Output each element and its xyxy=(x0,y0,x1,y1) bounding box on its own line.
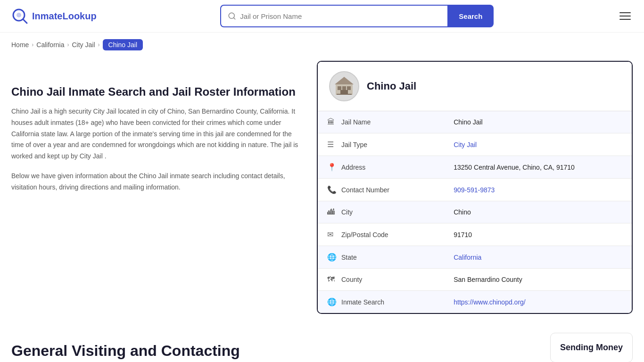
jail-building-icon xyxy=(333,75,355,98)
hamburger-line-2 xyxy=(619,16,631,16)
jail-type-value-cell: City Jail xyxy=(444,133,632,156)
card-title: Chino Jail xyxy=(367,80,416,92)
svg-rect-7 xyxy=(342,86,346,90)
svg-rect-8 xyxy=(347,86,351,90)
inmate-search-value-cell: https://www.chinopd.org/ xyxy=(444,291,632,313)
search-icon xyxy=(228,12,236,20)
jail-icon: 🏛 xyxy=(327,118,337,126)
address-label-cell: 📍 Address xyxy=(318,156,412,178)
table-row-jail-type: ☰ Jail Type City Jail xyxy=(318,133,632,156)
bottom-section: General Visiting and Contacting Sending … xyxy=(0,333,644,362)
breadcrumb-sep-1: › xyxy=(32,41,33,48)
page-heading: Chino Jail Inmate Search and Jail Roster… xyxy=(11,85,302,99)
search-input[interactable] xyxy=(236,12,441,20)
state-value-cell: California xyxy=(444,246,632,269)
county-icon: 🗺 xyxy=(327,275,337,284)
county-label-cell: 🗺 County xyxy=(318,269,412,290)
zip-label-cell: ✉ Zip/Postal Code xyxy=(318,223,412,246)
zip-icon: ✉ xyxy=(327,230,337,239)
city-label-cell: 🏙 City xyxy=(318,201,412,223)
state-label-cell: 🌐 State xyxy=(318,246,412,268)
table-row-contact: 📞 Contact Number 909-591-9873 xyxy=(318,179,632,201)
breadcrumb-current: Chino Jail xyxy=(103,39,143,50)
table-row-jail-name: 🏛 Jail Name Chino Jail xyxy=(318,111,632,133)
table-row-city: 🏙 City Chino xyxy=(318,201,632,223)
phone-icon: 📞 xyxy=(327,185,337,194)
type-icon: ☰ xyxy=(327,140,337,149)
hamburger-menu[interactable] xyxy=(618,10,633,22)
page-description-1: Chino Jail is a high security City Jail … xyxy=(11,106,302,162)
main-layout: Chino Jail Inmate Search and Jail Roster… xyxy=(0,57,644,333)
breadcrumb: Home › California › City Jail › Chino Ja… xyxy=(0,33,644,57)
city-value-cell: Chino xyxy=(444,201,632,223)
table-row-inmate-search: 🌐 Inmate Search https://www.chinopd.org/ xyxy=(318,291,632,313)
zip-value-cell: 91710 xyxy=(444,223,632,246)
search-bar: Search xyxy=(220,5,494,27)
contact-value-cell: 909-591-9873 xyxy=(444,179,632,201)
breadcrumb-state[interactable]: California xyxy=(36,41,64,49)
sending-money-title: Sending Money xyxy=(560,343,623,353)
table-row-state: 🌐 State California xyxy=(318,246,632,269)
logo-icon xyxy=(11,8,28,25)
contact-label-cell: 📞 Contact Number xyxy=(318,179,412,201)
logo-text: InmateLookup xyxy=(32,11,97,22)
breadcrumb-type[interactable]: City Jail xyxy=(72,41,95,49)
breadcrumb-sep-2: › xyxy=(67,41,69,48)
sending-money-card: Sending Money xyxy=(550,333,633,362)
globe-icon: 🌐 xyxy=(327,253,337,262)
search-button[interactable]: Search xyxy=(447,5,494,27)
jail-avatar xyxy=(329,71,359,101)
svg-line-1 xyxy=(23,19,27,23)
content-left: Chino Jail Inmate Search and Jail Roster… xyxy=(11,57,317,314)
table-row-zip: ✉ Zip/Postal Code 91710 xyxy=(318,223,632,246)
address-value-cell: 13250 Central Avenue, Chino, CA, 91710 xyxy=(444,156,632,179)
county-value-cell: San Bernardino County xyxy=(444,269,632,291)
table-row-address: 📍 Address 13250 Central Avenue, Chino, C… xyxy=(318,156,632,179)
contact-link[interactable]: 909-591-9873 xyxy=(454,186,495,194)
logo[interactable]: InmateLookup xyxy=(11,8,97,25)
inmate-search-link[interactable]: https://www.chinopd.org/ xyxy=(454,298,526,306)
breadcrumb-sep-3: › xyxy=(98,41,100,48)
svg-line-4 xyxy=(234,17,235,19)
location-icon: 📍 xyxy=(327,163,337,172)
hamburger-line-1 xyxy=(619,12,631,13)
info-card: Chino Jail 🏛 Jail Name Chino Jail ☰ xyxy=(317,61,633,314)
state-link[interactable]: California xyxy=(454,254,481,261)
jail-name-value-cell: Chino Jail xyxy=(444,111,632,133)
page-description-2: Below we have given information about th… xyxy=(11,171,302,193)
svg-point-2 xyxy=(17,13,21,17)
inmate-search-icon: 🌐 xyxy=(327,297,337,306)
inmate-search-label-cell: 🌐 Inmate Search xyxy=(318,291,412,313)
content-right: Chino Jail 🏛 Jail Name Chino Jail ☰ xyxy=(317,57,633,314)
jail-name-label-cell: 🏛 Jail Name xyxy=(318,111,412,133)
svg-rect-11 xyxy=(337,94,352,95)
breadcrumb-home[interactable]: Home xyxy=(11,41,29,49)
svg-rect-6 xyxy=(338,86,341,90)
jail-type-link[interactable]: City Jail xyxy=(454,141,477,148)
svg-marker-10 xyxy=(335,77,354,84)
table-row-county: 🗺 County San Bernardino County xyxy=(318,269,632,291)
city-icon: 🏙 xyxy=(327,208,337,216)
bottom-heading: General Visiting and Contacting xyxy=(11,342,535,360)
jail-type-label-cell: ☰ Jail Type xyxy=(318,133,412,156)
card-header: Chino Jail xyxy=(318,62,632,111)
hamburger-line-3 xyxy=(619,19,631,20)
search-input-wrap xyxy=(220,5,447,27)
info-table: 🏛 Jail Name Chino Jail ☰ Jail Type City … xyxy=(318,111,632,313)
header: InmateLookup Search xyxy=(0,0,644,33)
